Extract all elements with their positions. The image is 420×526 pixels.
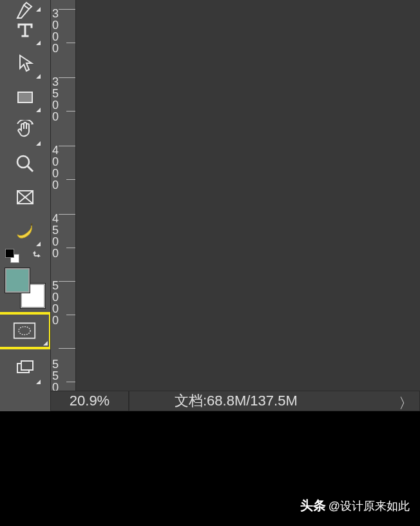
- banana-tool[interactable]: [8, 214, 42, 248]
- type-tool[interactable]: [8, 13, 42, 46]
- watermark-text: @设计原来如此: [329, 498, 410, 514]
- rectangle-tool[interactable]: [8, 80, 42, 113]
- canvas-area[interactable]: [76, 0, 420, 411]
- svg-point-7: [19, 327, 30, 335]
- svg-rect-6: [14, 323, 34, 338]
- vertical-ruler: 3000 3500 4000 4500 5000 5500: [50, 0, 76, 411]
- quick-mask-mode[interactable]: [0, 315, 49, 347]
- screen-mode-tool[interactable]: [8, 352, 42, 385]
- status-bar: 20.9% 文档:68.8M/137.5M 〉: [50, 391, 420, 411]
- document-info-label: 文档:68.8M/137.5M: [175, 393, 298, 409]
- watermark: 头条 @设计原来如此: [300, 497, 410, 514]
- document-info[interactable]: 文档:68.8M/137.5M 〉: [129, 391, 420, 411]
- watermark-logo: 头条: [300, 497, 326, 514]
- svg-line-2: [28, 166, 33, 171]
- foreground-color-swatch[interactable]: [5, 268, 30, 293]
- quick-mask-highlight: [0, 312, 52, 349]
- svg-rect-0: [18, 92, 32, 102]
- edit-toolbar-icon[interactable]: [8, 180, 42, 214]
- svg-rect-9: [21, 361, 33, 370]
- default-colors-icon[interactable]: [5, 249, 19, 263]
- zoom-level[interactable]: 20.9%: [50, 391, 129, 411]
- svg-point-1: [17, 156, 29, 168]
- ruler-mark: 3000: [51, 8, 75, 54]
- path-select-tool[interactable]: [8, 46, 42, 80]
- zoom-tool[interactable]: [8, 147, 42, 180]
- hand-tool[interactable]: [8, 113, 42, 147]
- chevron-right-icon: 〉: [399, 394, 413, 413]
- color-swatches[interactable]: [5, 268, 45, 308]
- tool-panel: [0, 0, 50, 411]
- swap-colors-icon[interactable]: [31, 248, 45, 264]
- pen-tool[interactable]: [8, 0, 42, 13]
